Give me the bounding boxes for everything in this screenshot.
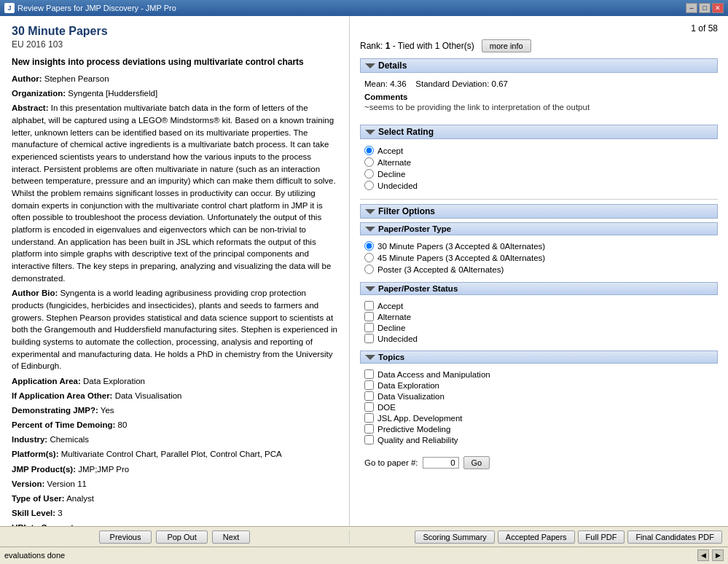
authorbio-block: Author Bio: Syngenta is a world leading … xyxy=(12,287,337,372)
radio-45min-input[interactable] xyxy=(364,253,374,262)
popout-button[interactable]: Pop Out xyxy=(156,530,207,544)
topic-predictive-label: Predictive Modeling xyxy=(377,425,450,434)
status-undecided[interactable]: Undecided xyxy=(364,334,713,343)
goto-input[interactable] xyxy=(423,457,459,469)
radio-undecided-input[interactable] xyxy=(364,181,374,190)
topic-data-visualization[interactable]: Data Visualization xyxy=(364,391,713,401)
radio-alternate[interactable]: Alternate xyxy=(364,157,713,167)
radio-poster-label: Poster (3 Accepted & 0Alternates) xyxy=(377,265,504,274)
more-info-button[interactable]: more info xyxy=(482,39,531,52)
topic-data-access-cb[interactable] xyxy=(364,369,374,379)
platform-label: Platform(s): xyxy=(12,450,59,458)
radio-accept-label: Accept xyxy=(377,146,403,155)
status-alternate[interactable]: Alternate xyxy=(364,312,713,321)
full-pdf-button[interactable]: Full PDF xyxy=(578,530,625,544)
radio-accept-input[interactable] xyxy=(364,146,374,155)
left-panel: 30 Minute Papers EU 2016 103 New insight… xyxy=(0,16,350,526)
topic-data-exploration-cb[interactable] xyxy=(364,380,374,390)
industry-value: Chemicals xyxy=(50,435,89,444)
app-area-other-line: If Application Area Other: Data Visualis… xyxy=(12,390,337,402)
status-text: evaluations done xyxy=(4,551,65,560)
paper-type-header: Paper/Poster Type xyxy=(360,222,718,235)
mean-label: Mean: xyxy=(364,79,388,88)
radio-poster[interactable]: Poster (3 Accepted & 0Alternates) xyxy=(364,265,713,274)
demo-jmp-label: Demonstrating JMP?: xyxy=(12,406,98,415)
topic-data-exploration[interactable]: Data Exploration xyxy=(364,380,713,390)
minimize-button[interactable]: – xyxy=(686,3,697,13)
maximize-button[interactable]: □ xyxy=(699,3,711,13)
org-line: Organization: Syngenta [Huddersfield] xyxy=(12,87,337,99)
jmp-product-value: JMP;JMP Pro xyxy=(78,465,129,474)
details-triangle-icon xyxy=(365,63,375,68)
topic-doe[interactable]: DOE xyxy=(364,402,713,412)
app-icon: J xyxy=(4,3,15,13)
topic-predictive-cb[interactable] xyxy=(364,424,374,434)
topic-data-visualization-cb[interactable] xyxy=(364,391,374,401)
demo-jmp-value: Yes xyxy=(101,406,114,415)
paper-session: EU 2016 103 xyxy=(12,39,337,50)
radio-undecided[interactable]: Undecided xyxy=(364,181,713,190)
app-area-line: Application Area: Data Exploration xyxy=(12,375,337,387)
status-alternate-label: Alternate xyxy=(377,313,411,321)
previous-button[interactable]: Previous xyxy=(99,530,152,544)
status-accept-cb[interactable] xyxy=(364,301,374,310)
radio-45min[interactable]: 45 Minute Papers (3 Accepted & 0Alternat… xyxy=(364,253,713,262)
scroll-left-icon[interactable]: ◀ xyxy=(697,549,709,561)
topics-triangle-icon xyxy=(365,355,375,360)
time-demo-line: Percent of Time Demoing: 80 xyxy=(12,419,337,431)
time-demo-value: 80 xyxy=(118,420,128,429)
paper-title: New insights into process deviations usi… xyxy=(12,57,337,67)
app-area-value: Data Exploration xyxy=(83,377,145,385)
status-decline[interactable]: Decline xyxy=(364,323,713,332)
status-undecided-cb[interactable] xyxy=(364,334,374,343)
go-button[interactable]: Go xyxy=(463,456,490,469)
version-line: Version: Version 11 xyxy=(12,478,337,490)
topic-quality-cb[interactable] xyxy=(364,435,374,444)
topic-data-access[interactable]: Data Access and Manipulation xyxy=(364,369,713,379)
topic-predictive[interactable]: Predictive Modeling xyxy=(364,424,713,434)
scoring-summary-button[interactable]: Scoring Summary xyxy=(415,530,494,544)
topic-quality[interactable]: Quality and Reliability xyxy=(364,435,713,444)
accepted-papers-button[interactable]: Accepted Papers xyxy=(498,530,575,544)
jmp-product-line: JMP Product(s): JMP;JMP Pro xyxy=(12,463,337,475)
window-controls[interactable]: – □ ✕ xyxy=(686,3,724,13)
topic-doe-cb[interactable] xyxy=(364,402,374,412)
rank-value: 1 xyxy=(385,41,391,51)
radio-alternate-input[interactable] xyxy=(364,157,374,167)
skill-value: 3 xyxy=(58,509,62,517)
radio-decline[interactable]: Decline xyxy=(364,169,713,179)
radio-30min[interactable]: 30 Minute Papers (3 Accepted & 0Alternat… xyxy=(364,241,713,251)
status-accept[interactable]: Accept xyxy=(364,301,713,310)
rank-row: Rank: 1 - Tied with 1 Other(s) more info xyxy=(360,39,718,52)
page-number: 1 of 58 xyxy=(360,23,718,34)
goto-label: Go to paper #: xyxy=(364,458,418,467)
close-button[interactable]: ✕ xyxy=(712,3,724,13)
radio-45min-label: 45 Minute Papers (3 Accepted & 0Alternat… xyxy=(377,254,545,262)
window-title: Review Papers for JMP Discovery - JMP Pr… xyxy=(17,4,176,12)
radio-decline-input[interactable] xyxy=(364,169,374,179)
rank-tied: - Tied with 1 Other(s) xyxy=(393,41,474,51)
abstract-text: In this presentation multivariate batch … xyxy=(12,103,336,282)
author-value: Stephen Pearson xyxy=(44,74,109,83)
paper-status-title: Paper/Poster Status xyxy=(378,284,458,293)
topic-jsl[interactable]: JSL App. Development xyxy=(364,413,713,423)
next-button[interactable]: Next xyxy=(212,530,251,544)
filter-triangle-icon xyxy=(365,209,375,214)
scroll-right-icon[interactable]: ▶ xyxy=(712,549,724,561)
select-rating-title: Select Rating xyxy=(378,127,434,137)
topic-jsl-cb[interactable] xyxy=(364,413,374,423)
paper-status-triangle-icon xyxy=(365,286,375,291)
final-candidates-pdf-button[interactable]: Final Candidates PDF xyxy=(627,530,722,544)
status-alternate-cb[interactable] xyxy=(364,312,374,321)
status-decline-cb[interactable] xyxy=(364,323,374,332)
author-line: Author: Stephen Pearson xyxy=(12,73,337,85)
url-label: URL to Support: xyxy=(12,523,77,526)
radio-30min-input[interactable] xyxy=(364,241,374,251)
radio-30min-label: 30 Minute Papers (3 Accepted & 0Alternat… xyxy=(377,242,545,251)
rank-label: Rank: 1 - Tied with 1 Other(s) xyxy=(360,41,474,51)
authorbio-label: Author Bio: xyxy=(12,289,58,297)
skill-label: Skill Level: xyxy=(12,509,55,517)
paper-category: 30 Minute Papers xyxy=(12,25,337,38)
radio-poster-input[interactable] xyxy=(364,265,374,274)
radio-accept[interactable]: Accept xyxy=(364,146,713,155)
